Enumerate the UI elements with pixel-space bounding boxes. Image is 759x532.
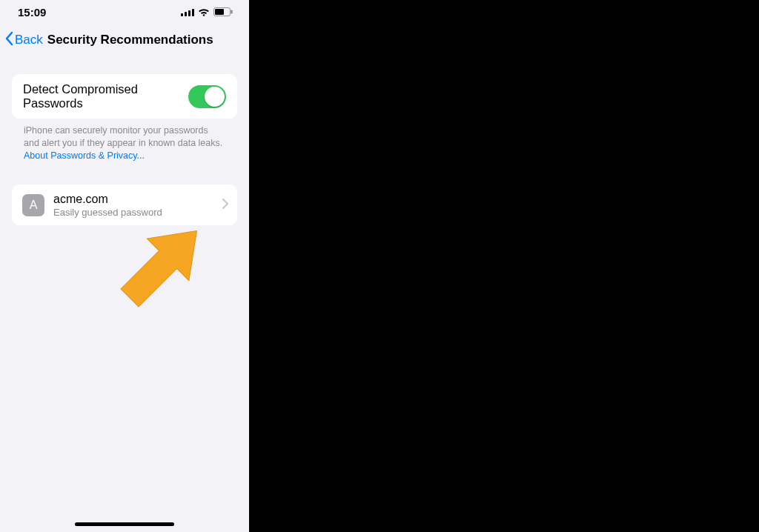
site-title: acme.com — [53, 192, 222, 206]
footer-description: iPhone can securely monitor your passwor… — [0, 119, 249, 162]
phone-screen: 15:09 — [0, 0, 249, 532]
battery-icon — [213, 7, 233, 16]
status-indicators — [181, 7, 233, 16]
about-passwords-link[interactable]: About Passwords & Privacy... — [24, 150, 145, 161]
detect-compromised-toggle[interactable] — [188, 85, 226, 108]
status-bar: 15:09 — [0, 0, 249, 24]
row-text: acme.com Easily guessed password — [53, 192, 222, 219]
svg-rect-3 — [192, 9, 194, 16]
toggle-label: Detect Compromised Passwords — [23, 82, 188, 110]
svg-rect-6 — [215, 9, 224, 15]
content-area: Detect Compromised Passwords iPhone can … — [0, 56, 249, 225]
svg-rect-2 — [188, 10, 190, 16]
status-time: 15:09 — [18, 6, 46, 19]
chevron-left-icon — [4, 31, 13, 50]
toggle-knob — [205, 87, 225, 107]
svg-point-4 — [203, 14, 205, 16]
site-subtitle: Easily guessed password — [53, 207, 222, 219]
nav-bar: Back Security Recommendations — [0, 24, 249, 56]
back-label: Back — [15, 33, 43, 47]
site-avatar: A — [22, 194, 44, 216]
cellular-signal-icon — [181, 8, 194, 16]
password-item-acme[interactable]: A acme.com Easily guessed password — [12, 184, 237, 226]
recommendations-list: A acme.com Easily guessed password — [12, 184, 237, 226]
home-indicator[interactable] — [75, 522, 174, 526]
footer-text: iPhone can securely monitor your passwor… — [24, 125, 222, 148]
detect-compromised-row: Detect Compromised Passwords — [12, 74, 237, 119]
wifi-icon — [198, 7, 210, 16]
chevron-right-icon — [222, 199, 228, 212]
svg-rect-0 — [181, 13, 183, 16]
svg-rect-7 — [231, 10, 233, 14]
page-title: Security Recommendations — [47, 33, 213, 47]
back-button[interactable]: Back — [4, 31, 43, 50]
svg-rect-1 — [185, 12, 187, 16]
